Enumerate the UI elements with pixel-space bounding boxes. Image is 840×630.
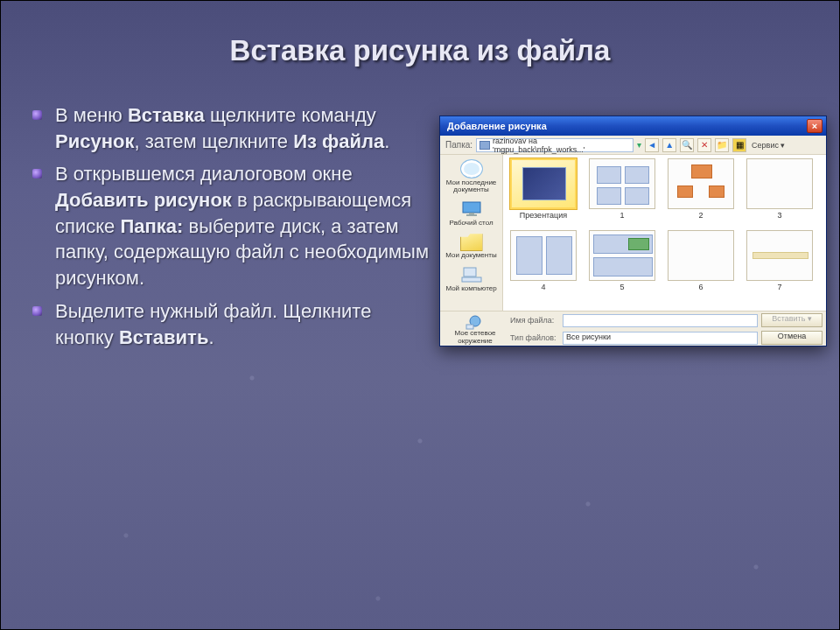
back-icon[interactable]: ◄ xyxy=(645,138,659,152)
sidebar-item-label: Мои последние документы xyxy=(446,178,497,193)
cancel-button[interactable]: Отмена xyxy=(761,331,822,345)
thumbnail-label: 6 xyxy=(698,283,703,291)
filename-label: Имя файла: xyxy=(510,316,559,325)
thumbnail-label: 3 xyxy=(777,211,781,220)
svg-rect-2 xyxy=(466,214,477,216)
thumbnail-preview xyxy=(510,230,577,281)
up-icon[interactable]: ▲ xyxy=(662,138,676,152)
thumbnail-grid: Презентация 1 xyxy=(503,155,826,311)
folder-dropdown[interactable]: razinovav на 'mgpu_back\nfpk_works...' xyxy=(476,138,634,152)
bullet-item: Выделите нужный файл. Щелкните кнопку Вс… xyxy=(55,298,430,350)
text: . xyxy=(208,326,214,348)
thumbnail-preview xyxy=(668,158,734,209)
bullet-item: В открывшемся диалоговом окне Добавить р… xyxy=(55,161,430,290)
sidebar-item-label: Мое сетевое окружение xyxy=(454,329,495,344)
dialog-title: Добавление рисунка xyxy=(447,121,547,131)
filetype-dropdown[interactable]: Все рисунки xyxy=(563,332,758,345)
dialog-body: Мои последние документы Рабочий стол Мои… xyxy=(440,155,826,311)
new-folder-icon[interactable]: 📁 xyxy=(715,138,729,152)
sidebar-item-network[interactable]: Мое сетевое окружение xyxy=(444,313,507,345)
thumbnail-preview xyxy=(746,230,813,281)
svg-rect-3 xyxy=(464,268,476,276)
text: , затем щелкните xyxy=(134,130,293,152)
drive-icon xyxy=(480,141,490,150)
insert-button[interactable]: Вставить ▾ xyxy=(761,313,822,327)
sidebar-item-label: Рабочий стол xyxy=(449,219,493,227)
thumbnail-label: 7 xyxy=(777,283,781,291)
search-icon[interactable]: 🔍 xyxy=(680,138,694,152)
desktop-icon xyxy=(460,200,483,219)
thumbnail-item[interactable]: 2 xyxy=(666,158,736,220)
svg-rect-4 xyxy=(462,277,481,282)
computer-icon xyxy=(460,265,483,284)
close-icon: × xyxy=(812,121,817,131)
thumbnail-item[interactable]: 7 xyxy=(745,230,815,291)
thumbnail-item[interactable]: 3 xyxy=(745,158,815,220)
chevron-down-icon[interactable]: ▾ xyxy=(637,140,641,150)
thumbnail-preview xyxy=(668,230,734,281)
thumbnail-preview xyxy=(510,158,577,209)
sidebar-item-documents[interactable]: Мои документы xyxy=(445,231,498,262)
dialog-toolbar: Папка: razinovav на 'mgpu_back\nfpk_work… xyxy=(440,136,826,155)
text: . xyxy=(384,130,389,152)
text: В открывшемся диалоговом окне xyxy=(55,163,353,185)
network-icon xyxy=(465,313,486,329)
thumbnail-preview xyxy=(589,230,655,281)
thumbnail-label: Презентация xyxy=(520,211,567,220)
thumbnail-label: 1 xyxy=(620,211,624,220)
thumbnail-item[interactable]: 6 xyxy=(666,230,736,291)
thumbnail-preview xyxy=(746,158,813,209)
path-label: Папка: xyxy=(445,140,472,150)
service-menu[interactable]: Сервис ▾ xyxy=(750,141,787,150)
thumbnail-label: 5 xyxy=(620,283,624,291)
thumbnail-item[interactable]: Презентация xyxy=(508,158,578,220)
folder-path-text: razinovav на 'mgpu_back\nfpk_works...' xyxy=(493,136,630,154)
views-icon[interactable]: ▦ xyxy=(732,138,746,152)
insert-picture-dialog: Добавление рисунка × Папка: razinovav на… xyxy=(439,116,827,346)
bold: Из файла xyxy=(293,130,384,152)
places-sidebar: Мои последние документы Рабочий стол Мои… xyxy=(440,155,503,311)
thumbnail-preview xyxy=(589,158,655,209)
slide-title: Вставка рисунка из файла xyxy=(1,34,839,67)
sidebar-item-label: Мой компьютер xyxy=(445,284,496,292)
sidebar-item-label: Мои документы xyxy=(445,251,496,259)
svg-rect-1 xyxy=(469,213,474,214)
thumbnail-item[interactable]: 1 xyxy=(587,158,657,220)
bold: Рисунок xyxy=(55,130,134,152)
text: В меню xyxy=(55,104,128,126)
folder-icon xyxy=(460,232,483,251)
svg-rect-0 xyxy=(463,202,480,213)
bold: Добавить рисунок xyxy=(55,189,232,211)
dialog-bottom: Мое сетевое окружение Имя файла: Вставит… xyxy=(440,311,826,346)
filetype-label: Тип файлов: xyxy=(510,333,559,342)
bold: Вставка xyxy=(128,104,205,126)
sidebar-item-computer[interactable]: Мой компьютер xyxy=(445,264,498,295)
recent-icon xyxy=(460,159,483,178)
thumbnail-label: 2 xyxy=(698,211,703,220)
text: щелкните команду xyxy=(205,104,376,126)
filename-input[interactable] xyxy=(563,314,758,327)
bullet-item: В меню Вставка щелкните команду Рисунок,… xyxy=(55,102,430,154)
thumbnail-item[interactable]: 4 xyxy=(508,230,578,291)
bold: Папка: xyxy=(120,215,183,237)
delete-icon[interactable]: ✕ xyxy=(697,138,711,152)
dialog-titlebar[interactable]: Добавление рисунка × xyxy=(440,116,826,136)
sidebar-item-recent[interactable]: Мои последние документы xyxy=(445,158,498,197)
close-button[interactable]: × xyxy=(807,119,822,133)
thumbnail-item[interactable]: 5 xyxy=(587,230,657,291)
bullet-list: В меню Вставка щелкните команду Рисунок,… xyxy=(55,102,430,357)
thumbnail-label: 4 xyxy=(541,283,545,291)
sidebar-item-desktop[interactable]: Рабочий стол xyxy=(445,199,498,229)
bold: Вставить xyxy=(119,326,208,348)
